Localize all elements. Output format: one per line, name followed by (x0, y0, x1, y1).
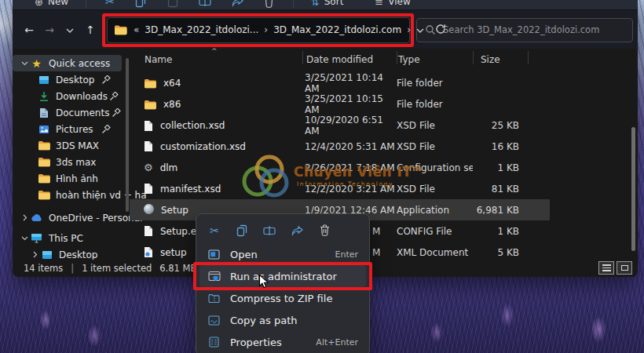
desktop-icon (40, 250, 53, 260)
sidebar-scrollbar[interactable] (126, 58, 129, 212)
sidebar-item-onedrive-personal[interactable]: OneDrive - Personal (13, 209, 130, 226)
file-row[interactable]: customization.xsd12/4/2020 5:31 AMXSD Fi… (130, 136, 550, 157)
rename-button[interactable] (199, 0, 211, 7)
column-header-date[interactable]: Date modified (305, 54, 397, 65)
admin-icon (207, 271, 221, 282)
context-menu-item-label: Compress to ZIP file (230, 293, 332, 304)
chevron-right-icon[interactable] (20, 214, 30, 221)
chevron-right-icon[interactable] (30, 251, 40, 258)
file-date: 2/26/2021 7:18 AM (305, 162, 397, 173)
sidebar-item-desktop[interactable]: Desktop (13, 71, 130, 88)
context-menu-item-copy-as-path[interactable]: Copy as path (199, 309, 366, 331)
context-menu-item-shortcut: Enter (335, 249, 358, 260)
context-menu-item-run-as-administrator[interactable]: Run as administrator (199, 265, 366, 287)
sidebar-item-3ds-max[interactable]: 3ds max (13, 154, 130, 170)
sidebar-item-quick-access[interactable]: ★Quick access (13, 55, 122, 71)
desktop-icon (37, 75, 50, 85)
file-icon (144, 140, 153, 152)
pin-icon (99, 75, 112, 85)
new-button[interactable]: ⊕ New (35, 0, 68, 8)
recent-locations-chevron[interactable] (60, 24, 80, 36)
file-row[interactable]: x863/25/2021 10:15 AMFile folder (130, 93, 550, 115)
sidebar-item-label: Pictures (56, 124, 93, 135)
sort-icon: ⇅ (311, 0, 320, 8)
toolbar-separator (86, 0, 86, 8)
file-pane-scrollbar[interactable] (631, 127, 635, 251)
file-date: 12/2/2020 3:21 AM (305, 184, 397, 195)
delete-button[interactable] (264, 0, 274, 8)
file-type: File folder (397, 78, 473, 89)
folder-icon (37, 157, 50, 167)
sidebar-item-h-nh-nh[interactable]: Hình ảnh (13, 170, 130, 187)
view-button-label: View (388, 0, 410, 7)
share-button[interactable] (232, 0, 243, 7)
address-dropdown-chevron[interactable] (416, 24, 424, 35)
chevron-down-icon[interactable] (20, 61, 30, 66)
address-bar[interactable]: « 3D_Max_2022_itdolozi... › 3D_Max_2022_… (107, 17, 410, 43)
breadcrumb-parent[interactable]: 3D_Max_2022_itdolozi... (145, 24, 258, 35)
file-name: setup (160, 247, 187, 258)
sort-button[interactable]: ⇅ Sort (311, 0, 344, 8)
file-date: 12/4/2020 5:31 AM (305, 141, 397, 152)
sidebar-item-pictures[interactable]: Pictures (13, 121, 130, 137)
file-type: File folder (397, 99, 473, 110)
copy-button[interactable] (135, 0, 147, 8)
sidebar-item-documents[interactable]: Documents (13, 104, 130, 121)
file-row[interactable]: x643/25/2021 10:14 AMFile folder (130, 72, 550, 93)
column-header-type[interactable]: Type (397, 54, 473, 65)
cut-button[interactable]: ✂ (105, 0, 115, 7)
sidebar-item-label: OneDrive - Personal (49, 213, 142, 224)
sidebar: ★Quick accessDesktopDownloadsDocumentsPi… (13, 49, 130, 260)
refresh-button[interactable] (435, 24, 446, 37)
delete-icon[interactable] (318, 224, 331, 236)
rename-icon[interactable] (263, 225, 276, 236)
column-divider[interactable] (397, 51, 397, 64)
file-name: x86 (163, 99, 181, 110)
sidebar-item-label: 3DS MAX (56, 140, 99, 151)
cloud-icon (30, 213, 43, 222)
column-divider[interactable] (528, 51, 529, 64)
sidebar-item-this-pc[interactable]: This PC (13, 230, 130, 246)
context-menu-item-label: Properties (230, 337, 282, 348)
file-row[interactable]: manifest.xsd12/2/2020 3:21 AMXSD File81 … (130, 178, 550, 199)
rename-icon (199, 0, 211, 7)
sort-button-label: Sort (324, 0, 344, 7)
column-header-name[interactable]: ^ Name (130, 54, 305, 65)
forward-button[interactable]: → (39, 24, 60, 36)
file-name: Setup (161, 205, 188, 216)
column-divider[interactable] (302, 51, 303, 64)
details-view-toggle[interactable] (598, 261, 614, 275)
paste-button[interactable] (167, 0, 178, 8)
file-name: collection.xsd (160, 120, 225, 131)
breadcrumb-separator: › (264, 24, 268, 35)
column-divider[interactable] (473, 51, 474, 64)
search-input[interactable]: Search 3D_Max_2022_itdolozi.com (416, 18, 633, 42)
sidebar-item-ho-n-thi-n-vd-ha[interactable]: hoàn thiện vd + ha (13, 187, 130, 203)
breadcrumb-current[interactable]: 3D_Max_2022_itdolozi.com (273, 24, 401, 35)
icons-view-toggle[interactable] (617, 261, 632, 275)
copy-icon[interactable] (236, 224, 248, 237)
context-menu-item-properties[interactable]: PropertiesAlt+Enter (199, 331, 366, 353)
context-menu-item-open[interactable]: OpenEnter (199, 243, 366, 265)
file-row[interactable]: ⚙dlm2/26/2021 7:18 AMConfiguration setti… (130, 157, 550, 178)
cut-icon[interactable]: ✂ (208, 225, 221, 236)
view-button[interactable]: ≡ View (375, 0, 410, 8)
chevron-down-icon[interactable] (20, 236, 30, 241)
open-icon (207, 249, 221, 260)
file-row[interactable]: collection.xsd10/29/2020 6:51 AMXSD File… (130, 115, 550, 136)
back-button[interactable]: ← (19, 24, 39, 36)
context-menu-item-compress-to-zip-file[interactable]: Compress to ZIP file (199, 287, 366, 309)
command-bar: ⊕ New ✂ ⇅ Sort ≡ View (13, 0, 638, 10)
share-icon[interactable] (291, 225, 303, 236)
sidebar-item-downloads[interactable]: Downloads (13, 88, 130, 104)
folder-icon (144, 100, 156, 110)
column-header-size[interactable]: Size (473, 54, 522, 65)
toolbar-separator (293, 0, 294, 8)
file-icon (144, 183, 153, 195)
context-menu: ✂ OpenEnterRun as administratorCompress … (196, 213, 370, 353)
file-type: Application (397, 205, 473, 216)
file-type: XSD File (397, 120, 473, 131)
sidebar-item-3ds-max[interactable]: 3DS MAX (13, 137, 130, 154)
file-date: 10/29/2020 6:51 AM (305, 115, 397, 136)
up-button[interactable]: ↑ (80, 24, 101, 36)
